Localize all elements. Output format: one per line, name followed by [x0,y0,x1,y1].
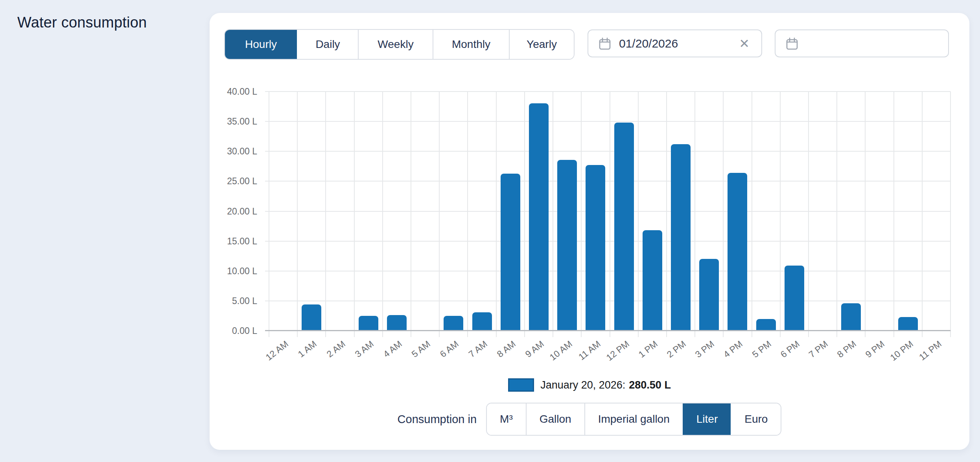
y-axis-label: 25.00 L [192,175,257,187]
bar-1-am[interactable] [302,304,321,331]
tab-yearly[interactable]: Yearly [509,30,574,59]
unit-imperial-gallon[interactable]: Imperial gallon [584,403,683,435]
x-axis-label: 3 PM [693,339,717,360]
gridline-vertical [382,92,383,337]
x-axis-label: 1 PM [637,339,660,360]
bar-5-pm[interactable] [756,319,776,331]
gridline-horizontal [265,241,951,242]
water-consumption-card: Hourly Daily Weekly Monthly Yearly 01/20… [210,13,969,450]
x-axis-label: 1 AM [296,339,319,360]
start-date-picker[interactable]: 01/20/2026 ✕ [588,29,762,57]
gridline-horizontal [265,121,951,122]
clear-date-icon[interactable]: ✕ [737,37,752,51]
gridline-horizontal [265,181,951,182]
bar-10-am[interactable] [557,160,577,331]
tab-weekly[interactable]: Weekly [358,30,433,59]
gridline-vertical [553,92,553,337]
gridline-vertical [411,92,411,337]
bar-9-am[interactable] [529,103,549,331]
unit-liter[interactable]: Liter [683,403,731,435]
x-axis-label: 10 AM [548,339,575,363]
bar-12-pm[interactable] [614,123,634,331]
bar-7-am[interactable] [472,312,492,331]
unit-selector-label: Consumption in [398,413,477,426]
gridline-vertical [467,92,468,337]
bar-2-pm[interactable] [671,144,691,331]
bar-4-pm[interactable] [728,173,747,331]
x-axis-label: 5 AM [410,339,433,360]
gridline-vertical [638,92,639,337]
bar-4-am[interactable] [387,315,407,331]
x-axis-label: 6 AM [438,339,461,360]
gridline-vertical [723,92,724,337]
calendar-icon [598,37,612,51]
gridline-vertical [752,92,752,337]
x-axis-label: 9 AM [523,339,546,360]
gridline-vertical [922,92,923,337]
unit-selector: M³ Gallon Imperial gallon Liter Euro [486,403,781,436]
gridline-horizontal [265,301,951,301]
gridline-vertical [694,92,695,337]
page: Water consumption Hourly Daily Weekly Mo… [0,0,980,462]
start-date-value: 01/20/2026 [619,37,737,50]
x-axis-label: 6 PM [779,339,802,360]
legend-swatch [508,378,534,392]
x-axis-label: 2 AM [325,339,348,360]
bar-1-pm[interactable] [643,230,662,331]
x-axis-label: 12 PM [604,339,632,363]
legend-text: January 20, 2026:280.50 L [540,379,671,391]
x-axis-label: 8 AM [495,339,518,360]
x-axis-label: 7 AM [467,339,490,360]
y-axis-label: 40.00 L [192,86,257,97]
gridline-vertical [581,92,582,337]
y-axis-label: 20.00 L [192,205,257,217]
gridline-horizontal [265,151,951,152]
bar-6-pm[interactable] [785,266,804,331]
tab-daily[interactable]: Daily [297,30,358,59]
gridline-vertical [780,92,781,337]
x-axis-label: 7 PM [807,339,830,360]
gridline-vertical [325,92,326,337]
page-title: Water consumption [17,14,147,31]
plot-area: 0.00 L5.00 L10.00 L15.00 L20.00 L25.00 L… [269,92,951,331]
legend-series-label: January 20, 2026: [540,379,625,391]
unit-m3[interactable]: M³ [487,403,526,435]
gridline-horizontal [265,271,951,271]
y-axis-label: 10.00 L [192,265,257,277]
gridline-vertical [836,92,837,337]
y-axis-label: 15.00 L [192,235,257,247]
x-axis-label: 4 PM [722,339,745,360]
bar-10-pm[interactable] [898,317,918,331]
chart-legend: January 20, 2026:280.50 L [210,376,969,394]
gridline-vertical [297,92,298,337]
bar-6-am[interactable] [444,316,463,331]
y-axis-label: 0.00 L [192,325,257,337]
gridline-vertical [354,92,355,337]
x-axis-label: 5 PM [750,339,774,360]
x-axis-label: 11 PM [917,339,944,363]
x-axis-label: 10 PM [888,339,916,363]
gridline-vertical [865,92,866,337]
gridline-vertical [496,92,497,337]
tab-hourly[interactable]: Hourly [225,30,297,59]
gridline-horizontal [265,211,951,212]
bar-8-pm[interactable] [841,303,861,331]
unit-selector-row: Consumption in M³ Gallon Imperial gallon… [210,403,969,436]
interval-tabs: Hourly Daily Weekly Monthly Yearly [224,29,575,60]
tab-monthly[interactable]: Monthly [433,30,509,59]
x-axis-label: 9 PM [864,339,887,360]
bar-8-am[interactable] [501,174,520,331]
unit-euro[interactable]: Euro [731,403,781,435]
unit-gallon[interactable]: Gallon [526,403,584,435]
bar-3-am[interactable] [359,316,378,331]
gridline-vertical [808,92,809,337]
end-date-picker[interactable] [775,29,949,57]
x-axis-label: 2 PM [665,339,688,360]
bar-3-pm[interactable] [699,259,719,331]
x-axis-label: 8 PM [835,339,858,360]
bar-11-am[interactable] [586,165,605,331]
gridline-vertical [893,92,894,337]
calendar-icon [785,37,799,51]
gridline-vertical [950,92,951,337]
gridline-vertical [439,92,440,337]
